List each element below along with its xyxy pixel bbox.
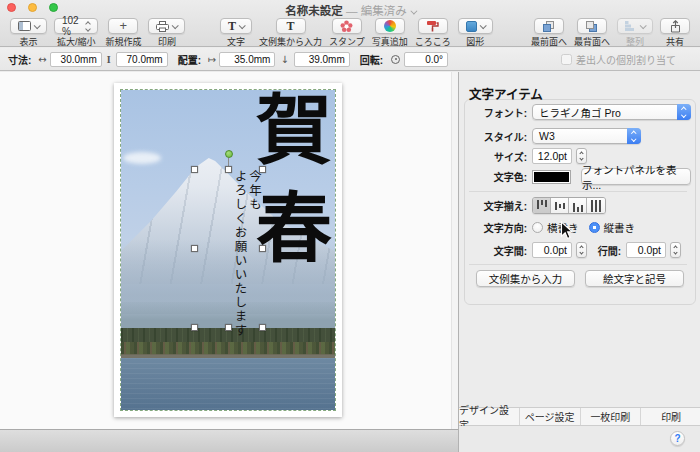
bring-to-front-icon (542, 20, 555, 33)
shapes-button[interactable]: 図形 (458, 18, 493, 48)
view-button[interactable]: 表示 (10, 18, 47, 48)
chevron-down-icon (172, 22, 179, 29)
sidebar-icon (18, 21, 31, 31)
canvas-scrollbar[interactable] (451, 72, 458, 429)
show-font-panel-button[interactable]: フォントパネルを表示... (581, 168, 691, 185)
rotation-label: 回転: (360, 52, 383, 67)
selection-handle-bottom-left[interactable] (191, 324, 198, 331)
sender-assignment-checkbox (561, 54, 572, 65)
font-label: フォント: (459, 105, 527, 120)
selection-handle-bottom-center[interactable] (225, 324, 232, 331)
horizontal-writing-radio[interactable] (532, 222, 543, 233)
document-title: 名称未設定 (285, 5, 343, 17)
chevron-down-icon (239, 22, 246, 29)
vertical-writing-radio[interactable] (589, 222, 600, 233)
print-button[interactable]: 印刷 (148, 18, 185, 48)
phrase-library-button[interactable]: T 文例集から入力 (259, 18, 322, 48)
chevron-down-icon (640, 22, 647, 29)
tracking-stepper[interactable] (576, 242, 587, 258)
divider (469, 264, 687, 265)
new-document-button[interactable]: + 新規作成 (105, 18, 141, 48)
sender-assignment-label: 差出人の個別割り当て (576, 52, 676, 67)
text-color-well[interactable] (532, 170, 571, 184)
y-position-icon: ↓ (280, 54, 288, 65)
divider (469, 191, 687, 192)
selection-handle-middle-left[interactable] (191, 245, 198, 252)
size-label: 寸法: (8, 52, 31, 67)
selection-handle-top-center[interactable] (225, 166, 232, 173)
zoom-level: 102 % (62, 15, 83, 37)
x-position-input[interactable]: 35.0mm (219, 52, 275, 67)
tab-design-settings[interactable]: デザイン設定 (459, 408, 520, 425)
justify-icon (591, 200, 601, 212)
printer-icon (156, 21, 169, 32)
justify-segment[interactable] (587, 198, 605, 213)
fuji-photo-item[interactable]: 賀春 今年も よろしくお願いいたします (121, 90, 335, 410)
tab-print[interactable]: 印刷 (641, 408, 700, 425)
tab-page-settings[interactable]: ページ設定 (520, 408, 581, 425)
help-button[interactable]: ? (670, 431, 685, 446)
chevron-down-icon (34, 22, 41, 29)
size-input[interactable]: 12.0pt (532, 148, 572, 164)
bring-to-front-button[interactable]: 最前面へ (531, 18, 567, 48)
postcard[interactable]: 賀春 今年も よろしくお願いいたします (114, 83, 342, 417)
vertical-writing-label[interactable]: 縦書き (604, 220, 636, 235)
selection-handle-middle-right[interactable] (259, 245, 266, 252)
align-bottom-segment[interactable] (569, 198, 587, 213)
align-icon (625, 21, 637, 32)
leading-input[interactable]: 0.0pt (626, 242, 666, 258)
popup-stepper-icon (677, 104, 691, 120)
text-align-segmented-control (532, 197, 606, 214)
popup-stepper-icon (627, 128, 641, 144)
share-button[interactable]: 共有 (660, 18, 690, 48)
paint-roller-button[interactable]: ころころ (415, 18, 451, 48)
help-area: ? (459, 426, 700, 452)
tracking-input[interactable]: 0.0pt (532, 242, 572, 258)
app-window: 名称未設定 — 編集済み 表示 102 % 拡大/縮小 + (0, 0, 700, 452)
height-icon: I (107, 54, 111, 65)
emoji-symbols-button[interactable]: 絵文字と記号 (585, 270, 684, 287)
selection-handle-top-left[interactable] (191, 166, 198, 173)
add-photo-button[interactable]: 写真追加 (372, 18, 408, 48)
width-input[interactable]: 30.0mm (50, 52, 102, 67)
text-tool-button[interactable]: T 文字 (220, 18, 252, 48)
text-direction-label: 文字方向: (459, 220, 527, 235)
style-label: スタイル: (459, 129, 527, 144)
font-select[interactable]: ヒラギノ角ゴ Pro (532, 104, 691, 120)
align-top-segment[interactable] (533, 198, 551, 213)
bottom-status-bar (0, 429, 458, 452)
text-align-label: 文字揃え: (459, 198, 527, 213)
edited-status: — 編集済み (346, 5, 407, 17)
send-to-back-button[interactable]: 最背面へ (574, 18, 610, 48)
align-top-icon (537, 200, 547, 212)
style-select[interactable]: W3 (532, 128, 641, 144)
rotation-input[interactable]: 0.0° (404, 52, 448, 67)
align-center-segment[interactable] (551, 198, 569, 213)
shape-square-icon (466, 21, 477, 32)
leading-stepper[interactable] (670, 242, 681, 258)
align-button: 整列 (617, 18, 653, 48)
share-icon (670, 20, 681, 33)
stepper-icon (86, 22, 90, 31)
selection-handle-bottom-right[interactable] (259, 324, 266, 331)
tab-single-print[interactable]: 一枚印刷 (581, 408, 642, 425)
greeting-text-item[interactable]: 今年も よろしくお願いいたします (232, 170, 261, 338)
height-input[interactable]: 70.0mm (116, 52, 168, 67)
horizontal-writing-label[interactable]: 横書き (547, 220, 579, 235)
inspector-tabs: デザイン設定 ページ設定 一枚印刷 印刷 (459, 407, 700, 426)
y-position-input[interactable]: 39.0mm (294, 52, 350, 67)
plus-icon: + (120, 21, 128, 31)
photo-pinwheel-icon (384, 20, 396, 32)
selection-handle-top-right[interactable] (259, 166, 266, 173)
text-color-swatch (534, 172, 569, 182)
font-value: ヒラギノ角ゴ Pro (539, 105, 621, 120)
canvas-area[interactable]: 賀春 今年も よろしくお願いいたします (0, 72, 458, 452)
stamp-button[interactable]: スタンプ (329, 18, 365, 48)
title-bar: 名称未設定 — 編集済み (0, 0, 700, 17)
rotation-handle[interactable] (225, 150, 233, 158)
main-toolbar: 表示 102 % 拡大/縮小 + 新規作成 印刷 (0, 17, 700, 46)
chevron-down-icon (480, 22, 487, 29)
phrase-library-input-button[interactable]: 文例集から入力 (476, 270, 575, 287)
title-chevron-icon[interactable] (410, 8, 417, 15)
zoom-stepper-button[interactable]: 102 % 拡大/縮小 (54, 18, 98, 48)
